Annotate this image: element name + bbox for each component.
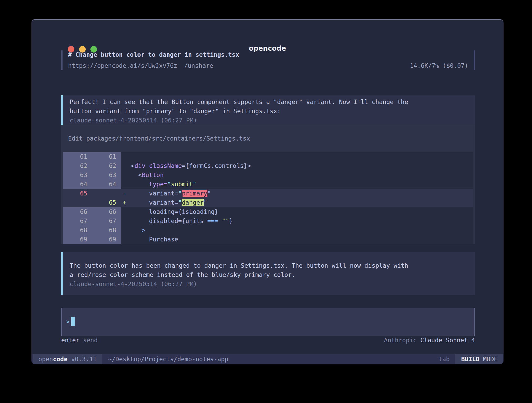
diff-code-line: <div className={formCs.controls}> — [127, 161, 473, 170]
diff-gutter: 6363 — [63, 170, 121, 180]
diff-row: 65+ variant="danger" — [63, 198, 473, 207]
send-hint: enter send — [61, 336, 98, 345]
diff-code-line: loading={isLoading} — [127, 207, 473, 216]
unshare-command[interactable]: /unshare — [184, 62, 213, 69]
assistant-message: Perfect! I can see that the Button compo… — [61, 95, 475, 128]
assistant-message: The button color has been changed to dan… — [61, 252, 475, 295]
diff-sign: - — [121, 189, 127, 198]
diff-sign — [121, 161, 127, 170]
diff-sign: + — [121, 198, 127, 207]
diff-gutter: 65 — [63, 189, 121, 198]
diff-row: 65- variant="primary" — [63, 189, 473, 198]
session-header: # Change button color to danger in setti… — [61, 50, 475, 70]
diff-row: 6262 <div className={formCs.controls}> — [63, 161, 473, 170]
prompt-chevron-icon: > — [66, 318, 70, 325]
diff-row: 6363 <Button — [63, 170, 473, 180]
diff-sign — [121, 180, 127, 189]
message-line: Perfect! I can see that the Button compo… — [70, 97, 468, 107]
diff-view: 61616262 <div className={formCs.controls… — [63, 152, 473, 244]
diff-gutter: 6464 — [63, 180, 121, 189]
diff-code-line: variant="primary" — [127, 189, 473, 198]
diff-code-line: > — [127, 226, 473, 235]
diff-gutter: 6666 — [63, 207, 121, 216]
terminal-window: opencode # Change button color to danger… — [32, 19, 503, 364]
diff-sign — [121, 152, 127, 161]
diff-gutter: 6767 — [63, 216, 121, 226]
diff-row: 6464 type="submit" — [63, 180, 473, 189]
text-cursor — [71, 317, 75, 326]
diff-code-line: type="submit" — [127, 180, 473, 189]
title-bar: opencode — [32, 20, 503, 40]
diff-sign — [121, 235, 127, 244]
diff-code-line: <Button — [127, 170, 473, 180]
edit-file-path: Edit packages/frontend/src/containers/Se… — [63, 125, 473, 152]
token-usage-cost: 14.6K/7% ($0.07) — [410, 61, 468, 70]
message-meta: claude-sonnet-4-20250514 (06:27 PM) — [70, 116, 468, 125]
diff-row: 6767 disabled={units === ""} — [63, 216, 473, 226]
message-line: a red/rose color scheme instead of the b… — [70, 270, 468, 280]
message-meta: claude-sonnet-4-20250514 (06:27 PM) — [70, 280, 468, 289]
diff-row: 6969 Purchase — [63, 235, 473, 244]
app-version-chip: opencode v0.3.11 — [33, 354, 102, 364]
model-indicator: Anthropic Claude Sonnet 4 — [384, 336, 475, 345]
diff-sign — [121, 226, 127, 235]
diff-row: 6666 loading={isLoading} — [63, 207, 473, 216]
diff-code-line: variant="danger" — [127, 198, 473, 207]
diff-code-line: Purchase — [127, 235, 473, 244]
diff-gutter: 6868 — [63, 226, 121, 235]
diff-gutter: 6161 — [63, 152, 121, 161]
diff-row: 6868 > — [63, 226, 473, 235]
diff-sign — [121, 216, 127, 226]
tab-key-hint: tab — [439, 354, 455, 364]
share-url[interactable]: https://opencode.ai/s/UwJxv76z — [68, 62, 177, 69]
hint-bar: enter send Anthropic Claude Sonnet 4 — [61, 336, 475, 345]
diff-code-line: disabled={units === ""} — [127, 216, 473, 226]
working-directory: ~/Desktop/Projects/demo-notes-app — [102, 354, 228, 364]
diff-gutter: 6969 — [63, 235, 121, 244]
diff-sign — [121, 207, 127, 216]
mode-chip: BUILD MODE — [455, 354, 504, 364]
diff-sign — [121, 170, 127, 180]
diff-gutter: 65 — [63, 198, 121, 207]
message-line: button variant from "primary" to "danger… — [70, 107, 468, 116]
diff-code-line — [127, 152, 473, 161]
prompt-input[interactable]: > — [61, 308, 475, 336]
status-bar: opencode v0.3.11 ~/Desktop/Projects/demo… — [32, 354, 503, 364]
session-title: # Change button color to danger in setti… — [68, 50, 468, 59]
diff-row: 6161 — [63, 152, 473, 161]
edit-tool-block: Edit packages/frontend/src/containers/Se… — [61, 125, 475, 244]
message-line: The button color has been changed to dan… — [70, 261, 468, 270]
diff-gutter: 6262 — [63, 161, 121, 170]
